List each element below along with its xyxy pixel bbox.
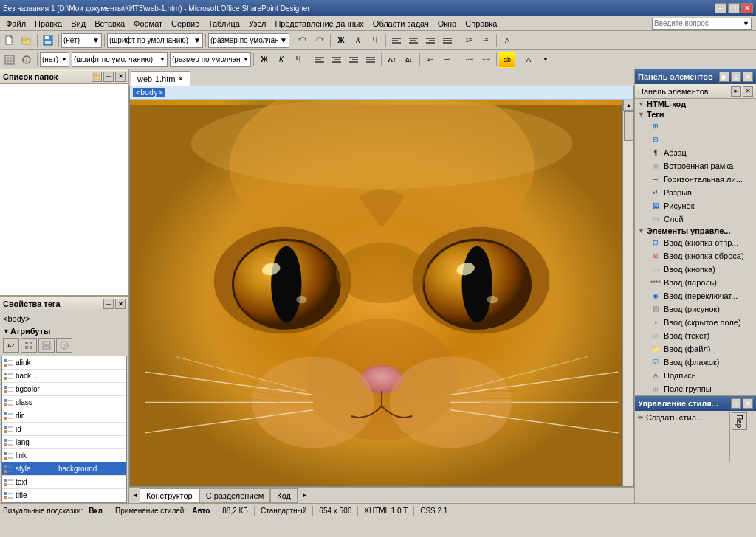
list-ordered-2[interactable]: 1≡ bbox=[422, 52, 439, 68]
attr-row-title[interactable]: title bbox=[2, 489, 126, 502]
attr-row-lang[interactable]: lang bbox=[2, 436, 126, 449]
create-style-button[interactable]: ✏ Создать стил... bbox=[635, 411, 729, 424]
ctrl-item-fieldset-icon[interactable]: ⊞Поле группы bbox=[635, 382, 756, 395]
tag-panel-minimize[interactable]: ─ bbox=[103, 299, 114, 309]
elements-sub-expand[interactable]: ► bbox=[731, 86, 741, 97]
elements-sub-close[interactable]: ✕ bbox=[743, 86, 753, 97]
bold-button-2[interactable]: Ж bbox=[256, 52, 272, 68]
tags-section-header[interactable]: ▼ Теги bbox=[635, 109, 756, 119]
undo-button[interactable] bbox=[295, 32, 311, 49]
indent-button[interactable]: →≡ bbox=[461, 52, 477, 68]
tag-item-break-icon[interactable]: ↵Разрыв bbox=[635, 186, 756, 199]
file-tab[interactable]: web-1.htm ✕ bbox=[131, 71, 190, 86]
unordered-list-button[interactable]: •≡ bbox=[478, 32, 494, 49]
folder-panel-minimize[interactable]: ─ bbox=[103, 72, 114, 82]
font-family-dropdown[interactable]: (шрифт по умолчанию) ▼ bbox=[107, 33, 203, 48]
attr-row-style[interactable]: stylebackground... bbox=[2, 462, 126, 476]
ctrl-item-input-password-icon[interactable]: ****Ввод (пароль) bbox=[635, 276, 756, 289]
attr-row-back...[interactable]: back... bbox=[2, 370, 126, 383]
tag-item-layer-icon[interactable]: ▭Слой bbox=[635, 212, 756, 226]
html-code-header[interactable]: ▼ HTML-код bbox=[635, 99, 756, 109]
attr-help[interactable]: ? bbox=[56, 338, 72, 353]
ctrl-item-input-reset-icon[interactable]: ⊠Ввод (кнопка сброса) bbox=[635, 249, 756, 263]
bold-button[interactable]: Ж bbox=[333, 32, 349, 49]
tab-constructor[interactable]: Конструктор bbox=[140, 488, 199, 503]
maximize-button[interactable]: □ bbox=[728, 3, 740, 13]
font-style-dropdown[interactable]: (нет) ▼ bbox=[61, 33, 102, 48]
menu-table[interactable]: Таблица bbox=[204, 18, 244, 30]
size-dropdown-2[interactable]: (размер по умолчан ▼ bbox=[170, 52, 251, 67]
open-file-button[interactable] bbox=[18, 32, 35, 49]
align-left-button[interactable] bbox=[388, 32, 405, 49]
folder-panel-close[interactable]: ✕ bbox=[115, 72, 126, 82]
color-button[interactable]: A bbox=[499, 32, 515, 49]
attr-row-bgcolor[interactable]: bgcolor bbox=[2, 383, 126, 396]
italic-button-2[interactable]: К bbox=[273, 52, 289, 68]
scroll-track[interactable] bbox=[623, 111, 633, 487]
ctrl-item-input-checkbox-icon[interactable]: ☑Ввод (флажок) bbox=[635, 356, 756, 369]
tab-code[interactable]: Код bbox=[270, 488, 298, 503]
menu-format[interactable]: Формат bbox=[129, 18, 167, 30]
ctrl-item-input-hidden-icon[interactable]: ▪Ввод (скрытое поле) bbox=[635, 316, 756, 329]
underline-button[interactable]: Ч bbox=[367, 32, 383, 49]
color-button-2[interactable]: A bbox=[520, 52, 537, 68]
ctrl-item-input-button-icon[interactable]: ▭Ввод (кнопка) bbox=[635, 263, 756, 276]
menu-service[interactable]: Сервис bbox=[167, 18, 204, 30]
list-unordered-2[interactable]: •≡ bbox=[439, 52, 456, 68]
search-input[interactable] bbox=[654, 19, 743, 27]
highlight-button[interactable]: ab bbox=[499, 52, 515, 68]
scroll-up-button[interactable]: ▲ bbox=[623, 100, 633, 111]
style-params-tab[interactable]: Пар bbox=[732, 412, 747, 430]
attr-row-link[interactable]: link bbox=[2, 449, 126, 462]
menu-view[interactable]: Вид bbox=[66, 18, 90, 30]
tag-item-span-icon[interactable]: ⊟ bbox=[635, 133, 756, 146]
menu-insert[interactable]: Вставка bbox=[90, 18, 129, 30]
save-button[interactable] bbox=[40, 32, 56, 49]
attr-row-text[interactable]: text bbox=[2, 476, 126, 489]
attr-row-alink[interactable]: alink bbox=[2, 356, 126, 370]
tag-item-div-icon[interactable]: ⊞ bbox=[635, 119, 756, 133]
insert-table-button[interactable] bbox=[1, 52, 18, 68]
attr-row-vlink[interactable]: vlink bbox=[2, 502, 126, 503]
controls-section-header[interactable]: ▼ Элементы управле... bbox=[635, 226, 756, 236]
style-panel-minimize[interactable]: ─ bbox=[731, 398, 741, 409]
ctrl-item-input-text-icon[interactable]: abВвод (текст) bbox=[635, 329, 756, 342]
align-right-2[interactable] bbox=[346, 52, 362, 68]
attr-sort-category[interactable] bbox=[21, 338, 37, 353]
new-file-button[interactable] bbox=[1, 32, 18, 49]
attr-toggle-view[interactable] bbox=[38, 338, 55, 353]
toolbar2-btn2[interactable]: i bbox=[18, 52, 35, 68]
scroll-thumb[interactable] bbox=[624, 111, 633, 141]
search-box[interactable]: ▼ bbox=[652, 18, 752, 30]
folder-panel-icon[interactable] bbox=[92, 72, 102, 82]
tag-item-paragraph-icon[interactable]: ¶Абзац bbox=[635, 146, 756, 159]
align-left-2[interactable] bbox=[312, 52, 328, 68]
style-dropdown-2[interactable]: (нет) ▼ bbox=[40, 52, 69, 67]
ctrl-item-input-submit-icon[interactable]: ⊡Ввод (кнопка отпр... bbox=[635, 236, 756, 249]
font-size-decrease[interactable]: a↓ bbox=[401, 52, 417, 68]
elements-panel-expand[interactable]: ▶ bbox=[719, 72, 729, 82]
italic-button[interactable]: К bbox=[350, 32, 366, 49]
tab-scroll-right[interactable]: ► bbox=[300, 491, 309, 500]
tag-item-iframe-icon[interactable]: ▣Встроенная рамка bbox=[635, 159, 756, 173]
attr-row-id[interactable]: id bbox=[2, 423, 126, 436]
tag-item-image-icon[interactable]: 🖼Рисунок bbox=[635, 199, 756, 212]
menu-node[interactable]: Узел bbox=[244, 18, 270, 30]
menu-edit[interactable]: Правка bbox=[30, 18, 66, 30]
ctrl-item-input-image-icon[interactable]: 🖼Ввод (рисунок) bbox=[635, 302, 756, 316]
font-size-increase[interactable]: A↑ bbox=[384, 52, 400, 68]
align-center-2[interactable] bbox=[329, 52, 345, 68]
menu-data-view[interactable]: Представление данных bbox=[270, 18, 368, 30]
attr-row-dir[interactable]: dir bbox=[2, 409, 126, 423]
align-justify-2[interactable] bbox=[362, 52, 379, 68]
align-center-button[interactable] bbox=[405, 32, 422, 49]
minimize-button[interactable]: ─ bbox=[715, 3, 726, 13]
close-button[interactable]: ✕ bbox=[741, 3, 753, 13]
tag-panel-close[interactable]: ✕ bbox=[115, 299, 126, 309]
color-arrow-2[interactable]: ▼ bbox=[537, 52, 554, 68]
tag-item-hr-icon[interactable]: ─Горизонтальная ли... bbox=[635, 173, 756, 186]
elements-panel-close[interactable]: ✕ bbox=[743, 72, 753, 82]
font-size-dropdown[interactable]: (размер по умолчан ▼ bbox=[208, 33, 289, 48]
ordered-list-button[interactable]: 1≡ bbox=[461, 32, 477, 49]
ctrl-item-input-file-icon[interactable]: 📁Ввод (файл) bbox=[635, 342, 756, 356]
